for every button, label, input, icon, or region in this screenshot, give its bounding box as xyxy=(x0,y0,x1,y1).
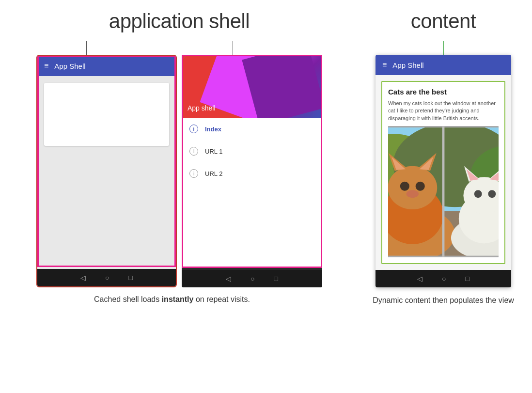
phone2-recent-icon: □ xyxy=(274,275,278,283)
drawer-header-title: App shell xyxy=(188,104,216,112)
phone2-drawer-panel: App shell i Index i URL 1 xyxy=(182,55,322,268)
phone2-nav-bar: ◁ ○ □ xyxy=(182,270,322,287)
phone3-content-area: Cats are the best When my cats look out … xyxy=(376,75,511,270)
drawer-menu-item-url2[interactable]: i URL 2 xyxy=(182,162,322,185)
svg-point-13 xyxy=(400,182,409,191)
card-title: Cats are the best xyxy=(388,88,499,96)
phones-row: ≡ App Shell ◁ ○ □ xyxy=(36,55,322,287)
svg-point-15 xyxy=(407,190,419,198)
cat-svg xyxy=(388,126,499,257)
phone1-recent-icon: □ xyxy=(129,274,133,282)
phone2-back-icon: ◁ xyxy=(226,275,231,283)
bottom-right-caption: Dynamic content then populates the view xyxy=(359,295,528,306)
left-section: application shell ≡ App Shell xyxy=(15,10,344,287)
cat-image xyxy=(388,126,499,257)
drawer-menu-label-url1: URL 1 xyxy=(205,148,222,155)
content-heading: content xyxy=(411,10,476,33)
bottom-captions: Cached shell loads instantly on repeat v… xyxy=(15,295,517,306)
phone-3: ≡ App Shell Cats are the best When my ca… xyxy=(376,55,511,287)
drawer-menu-item-index[interactable]: i Index xyxy=(182,118,322,140)
arrow-to-phone3 xyxy=(443,41,444,55)
phone1-home-icon: ○ xyxy=(105,274,109,282)
phone1-content-placeholder xyxy=(44,83,169,146)
connector-container xyxy=(15,38,344,55)
phone2-home-icon: ○ xyxy=(250,275,254,283)
phone3-screen: ≡ App Shell Cats are the best When my ca… xyxy=(376,55,511,287)
drawer-menu-label-index: Index xyxy=(205,126,221,133)
phone2-drawer-overlay: App shell i Index i URL 1 xyxy=(182,55,322,268)
phone3-nav-bar: ◁ ○ □ xyxy=(376,270,511,287)
phone1-content-area xyxy=(37,76,176,269)
info-icon-url2: i xyxy=(189,169,198,178)
phone-1: ≡ App Shell ◁ ○ □ xyxy=(36,55,177,287)
phone1-back-icon: ◁ xyxy=(80,274,86,282)
drawer-menu-item-url1[interactable]: i URL 1 xyxy=(182,140,322,162)
arrow-to-phone1 xyxy=(86,41,87,55)
phone3-recent-icon: □ xyxy=(466,275,469,283)
content-card: Cats are the best When my cats look out … xyxy=(381,81,505,264)
main-layout: application shell ≡ App Shell xyxy=(15,10,517,287)
phone3-hamburger-icon: ≡ xyxy=(382,61,387,69)
caption-bold: instantly xyxy=(162,295,194,303)
app-shell-heading: application shell xyxy=(109,10,250,33)
phone1-hamburger-icon: ≡ xyxy=(44,62,48,70)
card-text: When my cats look out the window at anot… xyxy=(388,100,499,122)
phone3-app-bar: ≡ App Shell xyxy=(376,55,511,75)
phone1-app-bar-title: App Shell xyxy=(54,62,85,70)
svg-point-14 xyxy=(416,182,425,191)
arrow-to-phone2 xyxy=(233,41,233,55)
svg-point-8 xyxy=(388,166,437,209)
content-connector xyxy=(376,38,511,55)
drawer-menu-label-url2: URL 2 xyxy=(205,170,222,177)
svg-point-24 xyxy=(488,190,496,198)
phone-2: ≡ App Shell xyxy=(182,55,322,287)
svg-point-23 xyxy=(474,190,482,198)
phone1-nav-bar: ◁ ○ □ xyxy=(37,269,176,286)
phone3-back-icon: ◁ xyxy=(417,275,422,283)
phone3-home-icon: ○ xyxy=(442,275,446,283)
phone3-app-bar-title: App Shell xyxy=(392,61,423,69)
phone1-screen: ≡ App Shell ◁ ○ □ xyxy=(37,56,176,286)
info-icon-url1: i xyxy=(189,147,198,156)
caption-normal-start: Cached shell loads xyxy=(94,295,162,303)
phone1-app-bar: ≡ App Shell xyxy=(37,56,176,76)
caption-normal-end: on repeat visits. xyxy=(193,295,250,303)
bottom-left-caption: Cached shell loads instantly on repeat v… xyxy=(15,295,344,306)
drawer-header: App shell xyxy=(182,55,322,118)
info-icon-index: i xyxy=(189,125,198,133)
phone2-screen: ≡ App Shell xyxy=(182,55,322,287)
right-section: content ≡ App Shell Cats are the best Wh… xyxy=(359,10,528,287)
